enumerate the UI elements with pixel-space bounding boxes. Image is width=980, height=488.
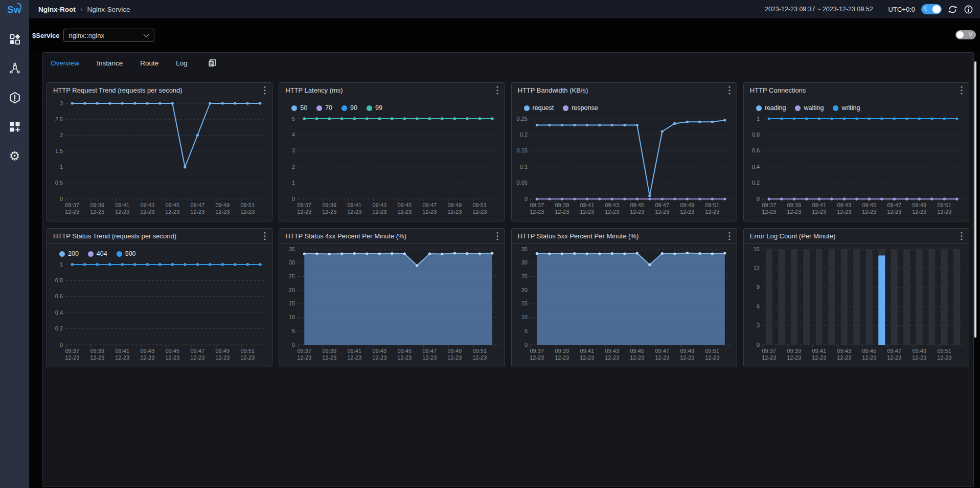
copy-icon[interactable] — [207, 58, 217, 68]
svg-text:0.4: 0.4 — [751, 164, 759, 170]
svg-text:12-23: 12-23 — [887, 354, 901, 361]
legend-item[interactable]: 404 — [88, 250, 107, 257]
kebab-menu-icon[interactable] — [263, 85, 267, 96]
legend-dot — [833, 105, 838, 111]
svg-text:12-23: 12-23 — [630, 209, 644, 215]
chart-title: HTTP Latency (ms) — [285, 86, 343, 94]
svg-text:09:45: 09:45 — [398, 202, 412, 208]
svg-text:12-23: 12-23 — [190, 354, 204, 361]
service-select[interactable]: nginx::nginx — [63, 29, 154, 42]
legend-label: writing — [841, 104, 860, 112]
kebab-menu-icon[interactable] — [727, 85, 732, 96]
svg-text:09:39: 09:39 — [90, 202, 104, 208]
legend-item[interactable]: response — [563, 104, 598, 112]
tab-log[interactable]: Log — [176, 59, 188, 67]
time-range-picker[interactable]: 2023-12-23 09:37 ~ 2023-12-23 09:52 — [765, 6, 873, 13]
kebab-menu-icon[interactable] — [495, 231, 499, 241]
legend-item[interactable]: reading — [756, 104, 786, 112]
svg-text:12-23: 12-23 — [787, 209, 801, 215]
chart-legend: 50709099 — [279, 98, 504, 114]
svg-text:1.5: 1.5 — [55, 148, 63, 154]
svg-text:3: 3 — [292, 147, 295, 153]
tab-overview[interactable]: Overview — [51, 59, 79, 67]
legend-item[interactable]: writing — [833, 104, 860, 112]
svg-text:09:37: 09:37 — [298, 348, 312, 354]
legend-item[interactable]: 500 — [117, 250, 136, 257]
chart-canvas-http-latency: 54321009:3712-2309:3912-2309:4112-2309:4… — [279, 114, 505, 220]
svg-text:2.5: 2.5 — [55, 116, 63, 122]
legend-dot — [59, 251, 65, 257]
svg-text:09:39: 09:39 — [90, 348, 104, 354]
svg-text:12-23: 12-23 — [240, 209, 255, 215]
info-icon[interactable] — [964, 5, 973, 14]
breadcrumb-root[interactable]: Nginx-Root — [38, 6, 76, 13]
kebab-menu-icon[interactable] — [960, 85, 964, 96]
kebab-menu-icon[interactable] — [263, 231, 267, 241]
svg-text:09:41: 09:41 — [348, 348, 362, 354]
legend-label: 99 — [375, 104, 382, 112]
svg-text:09:51: 09:51 — [240, 348, 255, 354]
skywalking-logo[interactable]: Sw — [0, 0, 29, 18]
legend-item[interactable]: 70 — [316, 104, 332, 112]
svg-text:0.6: 0.6 — [55, 293, 63, 299]
svg-text:0.8: 0.8 — [55, 277, 63, 283]
timezone-label[interactable]: UTC+0:0 — [888, 6, 915, 13]
svg-text:12-23: 12-23 — [912, 209, 926, 215]
sidebar-item-alarms[interactable] — [0, 91, 29, 104]
svg-text:09:45: 09:45 — [398, 348, 412, 354]
chart-card-http-connections: HTTP Connectionsreadingwaitingwriting10.… — [743, 82, 969, 221]
sidebar-item-settings[interactable]: ⚙ — [0, 149, 29, 163]
scrollbar-thumb[interactable] — [974, 61, 976, 338]
kebab-menu-icon[interactable] — [727, 231, 732, 241]
legend-item[interactable]: 200 — [59, 250, 79, 257]
svg-text:09:41: 09:41 — [812, 348, 826, 354]
svg-text:09:47: 09:47 — [190, 348, 204, 354]
svg-text:12-23: 12-23 — [322, 209, 336, 215]
svg-text:25: 25 — [521, 273, 527, 279]
legend-item[interactable]: 90 — [341, 104, 357, 112]
refresh-icon[interactable] — [948, 5, 958, 14]
sidebar-menu: ⚙ — [0, 18, 29, 163]
svg-text:Sw: Sw — [7, 4, 21, 15]
chart-title: HTTP Connections — [750, 86, 806, 94]
chart-title: HTTP Status Trend (requests per second) — [53, 232, 176, 240]
tab-route[interactable]: Route — [140, 59, 158, 67]
svg-text:12-23: 12-23 — [762, 209, 776, 215]
toggle-knob — [956, 31, 964, 38]
svg-text:0: 0 — [292, 196, 295, 202]
svg-text:12-23: 12-23 — [580, 209, 594, 215]
legend-item[interactable]: 99 — [367, 104, 382, 112]
kebab-menu-icon[interactable] — [495, 85, 499, 96]
svg-text:12-23: 12-23 — [190, 209, 204, 215]
sidebar-item-topology[interactable] — [0, 62, 29, 75]
settings-widgets-icon — [9, 121, 21, 133]
svg-text:0.4: 0.4 — [55, 309, 63, 316]
chart-card-header: HTTP Latency (ms) — [279, 83, 504, 98]
svg-text:12-23: 12-23 — [837, 209, 851, 215]
tab-instance[interactable]: Instance — [97, 59, 123, 67]
svg-text:12-23: 12-23 — [887, 209, 901, 215]
moon-icon: ☾ — [924, 5, 929, 12]
legend-item[interactable]: waiting — [795, 104, 824, 112]
kebab-menu-icon[interactable] — [960, 231, 964, 241]
svg-text:09:43: 09:43 — [837, 202, 851, 208]
legend-item[interactable]: 50 — [291, 104, 307, 112]
svg-text:12-23: 12-23 — [115, 209, 129, 215]
chevron-right-icon: › — [80, 5, 83, 13]
chart-legend: readingwaitingwriting — [744, 98, 969, 114]
svg-text:0.25: 0.25 — [516, 116, 527, 122]
breadcrumb: Nginx-Root › Nginx-Service — [38, 5, 130, 13]
svg-text:5: 5 — [524, 328, 527, 334]
version-toggle[interactable]: V — [955, 30, 976, 39]
dashboard-grid: HTTP Request Trend (requests per second)… — [42, 73, 973, 376]
legend-label: reading — [765, 104, 786, 112]
svg-text:9: 9 — [757, 284, 760, 290]
legend-dot — [316, 105, 322, 111]
chart-card-error-log-count: Error Log Count (Per Minute)1512963009:3… — [743, 228, 969, 367]
chart-title: HTTP Status 4xx Percent Per Minute (%) — [285, 232, 406, 240]
sidebar-item-settings-widgets[interactable] — [0, 120, 29, 134]
sidebar-item-dashboards[interactable] — [0, 33, 29, 46]
dark-mode-toggle[interactable]: ☾ — [921, 4, 942, 14]
legend-item[interactable]: request — [524, 104, 554, 112]
svg-text:09:47: 09:47 — [190, 202, 204, 208]
